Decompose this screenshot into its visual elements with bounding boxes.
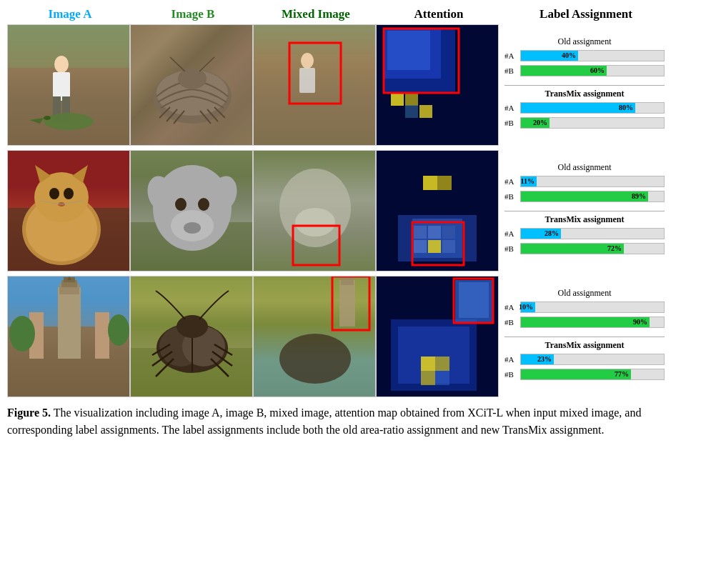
row1-transmix-a-track: 80% (520, 102, 665, 114)
row1-old-b-bar: #B 60% (504, 64, 665, 77)
header-image-a: Image A (9, 7, 131, 21)
row2-mixed (253, 150, 376, 271)
row3-transmix-a-track: 23% (520, 354, 665, 365)
svg-point-12 (178, 68, 207, 89)
figure-caption: Figure 5. The visualization including im… (7, 404, 704, 439)
main-container: Image A Image B Mixed Image Attention La… (7, 7, 704, 439)
row3-old-b-track: 90% (520, 317, 665, 328)
row3-transmix-a-fill: 23% (521, 354, 554, 364)
row2-transmix-b-track: 72% (520, 243, 665, 254)
row3-transmix-b-label: #B (504, 370, 520, 379)
row1-transmix-b-fill: 20% (521, 118, 550, 128)
row1-transmix-a-bar: #A 80% (504, 101, 665, 114)
svg-rect-109 (435, 371, 449, 385)
row2-transmix-b-fill: 72% (521, 244, 624, 254)
row2-divider (504, 211, 665, 211)
row1-label-panel: Old assignment #A 40% #B 60% TransMix as… (499, 24, 670, 146)
row1-old-a-track: 40% (520, 50, 665, 61)
svg-rect-32 (405, 105, 418, 118)
row1-transmix-a-label: #A (504, 104, 520, 112)
svg-rect-0 (8, 25, 130, 68)
svg-rect-98 (339, 280, 355, 327)
row3-old-title: Old assignment (504, 288, 665, 299)
svg-rect-29 (391, 93, 404, 106)
row1-divider (504, 85, 665, 86)
grid-row-2: Old assignment #A 11% #B 89% TransMix as… (7, 150, 704, 271)
row1-old-assignment: Old assignment #A 40% #B 60% (504, 36, 665, 79)
svg-point-89 (176, 315, 208, 338)
row2-image-a (7, 150, 130, 271)
row3-image-a (7, 276, 130, 397)
svg-point-6 (44, 113, 94, 130)
svg-point-97 (279, 334, 351, 384)
svg-rect-108 (421, 371, 435, 385)
row3-transmix-b-track: 77% (520, 369, 665, 380)
svg-rect-69 (414, 240, 427, 253)
row3-old-b-label: #B (504, 318, 520, 327)
svg-rect-74 (58, 287, 81, 359)
row3-old-a-label: #A (504, 303, 520, 312)
row1-transmix-b-track: 20% (520, 117, 665, 129)
svg-rect-105 (459, 282, 489, 318)
svg-rect-63 (423, 176, 437, 190)
svg-rect-67 (428, 226, 441, 239)
svg-rect-31 (419, 105, 432, 118)
row2-old-b-fill: 89% (521, 191, 648, 201)
row1-transmix-b-label: #B (504, 119, 520, 127)
row2-attention (376, 150, 499, 271)
grid-row-1: Old assignment #A 40% #B 60% TransMix as… (7, 24, 704, 146)
svg-point-52 (175, 198, 187, 211)
svg-rect-99 (341, 278, 354, 285)
row1-image-a (7, 24, 130, 146)
row2-label-panel: Old assignment #A 11% #B 89% TransMix as… (499, 150, 670, 271)
svg-point-22 (301, 53, 314, 69)
svg-point-58 (295, 208, 335, 236)
row1-old-b-track: 60% (520, 65, 665, 76)
row3-transmix-a-label: #A (504, 355, 520, 364)
svg-point-2 (54, 56, 69, 73)
svg-rect-80 (95, 312, 109, 359)
row1-attention (376, 24, 499, 146)
svg-rect-66 (414, 226, 427, 239)
svg-point-53 (198, 198, 209, 211)
row1-old-a-label: #A (504, 51, 520, 60)
row2-old-a-track: 11% (520, 176, 665, 187)
header-attention: Attention (377, 7, 500, 21)
row3-old-assignment: Old assignment #A 10% #B 90% (504, 288, 665, 331)
row1-old-title: Old assignment (504, 36, 665, 47)
row3-attention (376, 276, 499, 397)
row2-transmix-a-fill: 28% (521, 229, 561, 239)
svg-rect-68 (442, 226, 455, 239)
svg-rect-107 (435, 357, 449, 371)
row3-image-b (130, 276, 253, 397)
svg-point-51 (184, 222, 201, 234)
row2-old-a-bar: #A 11% (504, 175, 665, 188)
row1-transmix-a-fill: 80% (521, 103, 635, 113)
row3-transmix-b-bar: #B 77% (504, 368, 665, 381)
row1-old-b-fill: 60% (521, 66, 607, 76)
row1-transmix-b-bar: #B 20% (504, 116, 665, 129)
svg-point-43 (64, 188, 74, 199)
row1-transmix-title: TransMix assignment (504, 89, 665, 99)
svg-rect-23 (299, 68, 315, 93)
caption-text: The visualization including image A, ima… (7, 407, 641, 436)
row3-transmix-title: TransMix assignment (504, 340, 665, 351)
svg-point-8 (44, 116, 51, 120)
row1-old-a-fill: 40% (521, 51, 578, 61)
row1-mixed (253, 24, 376, 146)
row2-old-a-label: #A (504, 177, 520, 186)
svg-point-82 (108, 314, 129, 346)
row2-image-b (130, 150, 253, 271)
row2-transmix-assignment: TransMix assignment #A 28% #B 72% (504, 214, 665, 257)
row2-old-b-bar: #B 89% (504, 190, 665, 203)
row3-old-b-fill: 90% (521, 317, 650, 327)
row2-transmix-title: TransMix assignment (504, 214, 665, 225)
svg-rect-70 (428, 240, 441, 253)
header-mixed: Mixed Image (254, 7, 377, 21)
row1-image-b (130, 24, 253, 146)
row2-old-b-label: #B (504, 192, 520, 201)
column-headers: Image A Image B Mixed Image Attention La… (7, 7, 704, 21)
row2-old-assignment: Old assignment #A 11% #B 89% (504, 162, 665, 205)
row3-mixed (253, 276, 376, 397)
svg-point-81 (9, 316, 35, 352)
